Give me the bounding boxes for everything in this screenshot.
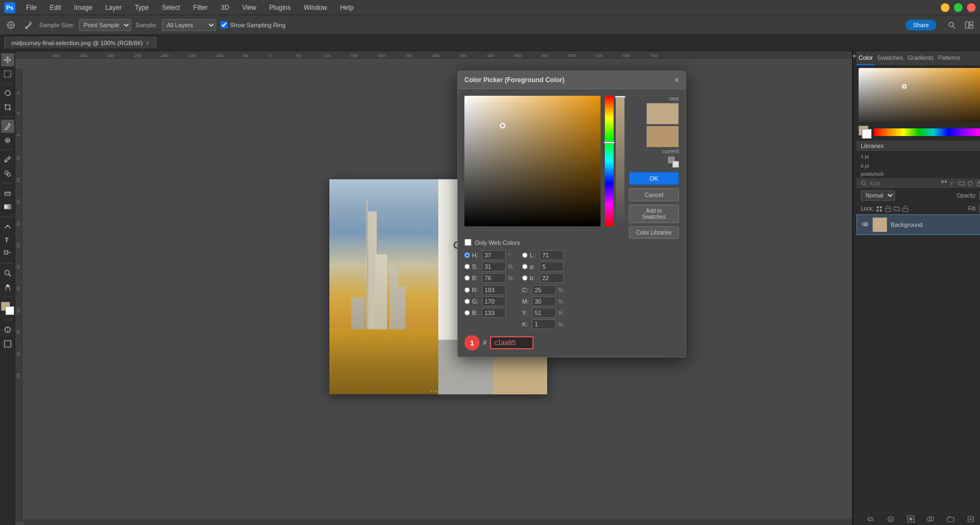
sampling-ring-check[interactable] xyxy=(220,21,228,28)
zoom-tool[interactable] xyxy=(1,267,14,280)
layer-row-background[interactable]: Background 🔒 xyxy=(856,214,980,235)
color-chips[interactable] xyxy=(859,126,872,139)
menu-type[interactable]: Type xyxy=(132,3,151,13)
menu-view[interactable]: View xyxy=(240,3,259,13)
menu-layer[interactable]: Layer xyxy=(103,3,124,13)
hue-input[interactable] xyxy=(482,250,506,260)
link-layers-icon[interactable] xyxy=(867,515,874,523)
tab-color[interactable]: Color xyxy=(856,51,875,65)
menu-edit[interactable]: Edit xyxy=(47,3,63,13)
menu-3d[interactable]: 3D xyxy=(218,3,231,13)
adjustment-layer-icon[interactable] xyxy=(927,515,934,523)
lock-pixels-icon[interactable] xyxy=(876,206,883,212)
panels-icon[interactable] xyxy=(963,18,976,32)
menu-help[interactable]: Help xyxy=(338,3,356,13)
move-tool[interactable] xyxy=(1,53,14,66)
color-libraries-button[interactable]: Color Libraries xyxy=(629,226,679,239)
pen-tool[interactable] xyxy=(1,219,14,232)
K-input[interactable] xyxy=(532,319,556,329)
M-input[interactable] xyxy=(532,297,556,306)
horizontal-scrollbar[interactable] xyxy=(24,518,852,525)
menu-select[interactable]: Select xyxy=(160,3,182,13)
marquee-tool[interactable] xyxy=(1,67,14,81)
gradient-tool[interactable] xyxy=(1,200,14,213)
sample-size-select[interactable]: Point Sample xyxy=(79,19,131,31)
dialog-close-button[interactable]: × xyxy=(675,76,679,84)
red-input[interactable] xyxy=(482,285,506,295)
layers-kind-input[interactable] xyxy=(869,181,939,187)
share-button[interactable]: Share xyxy=(905,20,936,30)
show-sampling-ring-checkbox[interactable]: Show Sampling Ring xyxy=(220,21,285,28)
alpha-slider-bar[interactable] xyxy=(616,96,624,226)
tab-swatches[interactable]: Swatches xyxy=(875,51,905,65)
tab-close-button[interactable]: × xyxy=(146,40,149,46)
hue-slider-bar[interactable] xyxy=(605,96,614,226)
eraser-tool[interactable] xyxy=(1,186,14,199)
alpha-slider-container[interactable] xyxy=(616,96,624,239)
hue-radio[interactable] xyxy=(464,252,470,258)
menu-plugins[interactable]: Plugins xyxy=(267,3,293,13)
background-color[interactable] xyxy=(5,306,14,315)
add-group-icon[interactable] xyxy=(947,515,954,523)
bright-input[interactable] xyxy=(482,273,506,283)
tab-patterns[interactable]: Patterns xyxy=(936,51,963,65)
tab-gradients[interactable]: Gradients xyxy=(905,51,936,65)
ok-button[interactable]: OK xyxy=(629,172,679,185)
sat-radio[interactable] xyxy=(464,264,470,269)
crop-tool[interactable] xyxy=(1,101,14,114)
add-style-icon[interactable]: fx xyxy=(887,515,895,523)
cancel-button[interactable]: Cancel xyxy=(629,188,679,201)
hex-input[interactable] xyxy=(490,336,534,349)
menu-window[interactable]: Window xyxy=(302,3,329,13)
blue-radio[interactable] xyxy=(464,310,470,316)
green-radio[interactable] xyxy=(464,299,470,304)
layer-visibility-icon[interactable] xyxy=(861,220,869,230)
only-web-colors-checkbox[interactable] xyxy=(464,239,471,246)
red-radio[interactable] xyxy=(464,287,470,293)
brush-tool[interactable] xyxy=(1,153,14,166)
L-radio[interactable] xyxy=(522,252,528,258)
Y-input[interactable] xyxy=(532,308,556,318)
libraries-header[interactable]: Libraries ▼ xyxy=(856,140,980,152)
lasso-tool[interactable] xyxy=(1,87,14,100)
add-layer-icon[interactable] xyxy=(967,515,975,523)
menu-file[interactable]: File xyxy=(24,3,39,13)
sat-input[interactable] xyxy=(482,262,506,271)
add-mask-icon[interactable] xyxy=(907,515,915,523)
blend-mode-select[interactable]: Normal xyxy=(861,190,895,201)
close-button[interactable] xyxy=(967,3,976,12)
quick-mask-tool[interactable] xyxy=(1,323,14,336)
bright-radio[interactable] xyxy=(464,275,470,281)
panel-collapse-button[interactable]: ▶ xyxy=(853,51,856,525)
hue-slider-container[interactable] xyxy=(605,96,614,239)
color-gradient-picker[interactable] xyxy=(464,96,601,226)
a-radio[interactable] xyxy=(522,264,528,269)
color-spectrum-display[interactable] xyxy=(859,68,980,122)
eyedropper-tool[interactable] xyxy=(1,120,14,133)
a-input[interactable] xyxy=(540,262,564,271)
text-tool[interactable]: T xyxy=(1,233,14,246)
maximize-button[interactable] xyxy=(954,3,963,12)
menu-filter[interactable]: Filter xyxy=(191,3,210,13)
search-icon[interactable] xyxy=(945,18,958,32)
clone-tool[interactable] xyxy=(1,167,14,180)
screen-mode-tool[interactable] xyxy=(1,337,14,350)
lock-position-icon[interactable] xyxy=(885,206,891,212)
C-input[interactable] xyxy=(532,285,556,295)
b-radio[interactable] xyxy=(522,275,528,281)
heal-tool[interactable] xyxy=(1,134,14,147)
hue-strip[interactable] xyxy=(874,128,980,136)
blue-input[interactable] xyxy=(482,308,506,318)
color-preview[interactable] xyxy=(1,302,14,315)
add-to-swatches-button[interactable]: Add to Swatches xyxy=(629,205,679,223)
green-input[interactable] xyxy=(482,297,506,306)
L-input[interactable] xyxy=(540,250,564,260)
lock-artboards-icon[interactable] xyxy=(893,206,900,212)
path-tool[interactable] xyxy=(1,248,14,261)
minimize-button[interactable] xyxy=(941,3,950,12)
menu-image[interactable]: Image xyxy=(72,3,94,13)
document-tab[interactable]: midjourney-final-selection.png @ 100% (R… xyxy=(4,37,156,48)
lock-all-icon[interactable] xyxy=(902,206,909,212)
hand-tool[interactable] xyxy=(1,281,14,294)
color-picker-dialog[interactable]: Color Picker (Foreground Color) × xyxy=(457,71,686,357)
